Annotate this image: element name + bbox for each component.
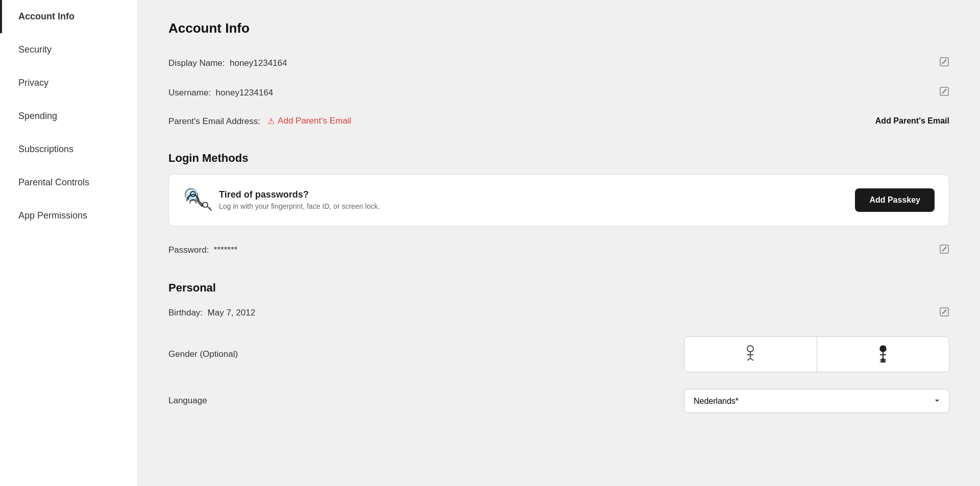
language-row: Language Nederlands* English Deutsch Fra… [168, 380, 949, 421]
warning-icon: ⚠ [267, 116, 275, 126]
password-row: Password: ******* [168, 235, 949, 265]
username-row: Username: honey1234164 [168, 78, 949, 108]
sidebar-item-subscriptions[interactable]: Subscriptions [0, 133, 137, 166]
birthday-row: Birthday: May 7, 2012 [168, 299, 949, 328]
language-select[interactable]: Nederlands* English Deutsch Français Esp… [684, 389, 949, 413]
gender-row: Gender (Optional) [168, 328, 949, 380]
svg-rect-0 [940, 58, 948, 66]
passkey-card: 🔍 Ti [168, 174, 949, 226]
birthday-label: Birthday: May 7, 2012 [168, 308, 255, 318]
display-name-row: Display Name: honey1234164 [168, 48, 949, 78]
language-label: Language [168, 396, 207, 406]
svg-line-11 [747, 358, 750, 360]
svg-rect-1 [940, 87, 948, 95]
sidebar-item-app-permissions[interactable]: App Permissions [0, 199, 137, 232]
parents-email-label: Parent's Email Address: ⚠ Add Parent's E… [168, 116, 351, 127]
display-name-edit-icon[interactable] [939, 57, 949, 69]
display-name-label: Display Name: honey1234164 [168, 58, 287, 68]
passkey-text: Tired of passwords? Log in with your fin… [219, 189, 380, 210]
password-label: Password: ******* [168, 245, 237, 255]
svg-point-2 [190, 191, 195, 197]
username-edit-icon[interactable] [939, 86, 949, 99]
sidebar-item-account-info[interactable]: Account Info [0, 0, 137, 33]
login-methods-title: Login Methods [168, 152, 949, 165]
username-label: Username: honey1234164 [168, 88, 273, 98]
parents-email-row: Parent's Email Address: ⚠ Add Parent's E… [168, 108, 949, 135]
gender-option-filled[interactable] [817, 337, 949, 372]
gender-options [684, 336, 949, 372]
passkey-icons: 🔍 [183, 187, 210, 213]
sidebar: Account Info Security Privacy Spending S… [0, 0, 138, 486]
gender-label: Gender (Optional) [168, 349, 238, 359]
key-icon [202, 201, 212, 213]
password-edit-icon[interactable] [939, 244, 949, 257]
svg-line-12 [750, 358, 753, 360]
svg-point-13 [880, 346, 886, 352]
svg-rect-6 [940, 245, 948, 253]
sidebar-item-privacy[interactable]: Privacy [0, 66, 137, 100]
main-content: Account Info Display Name: honey1234164 … [138, 0, 980, 486]
add-passkey-button[interactable]: Add Passkey [855, 188, 935, 212]
passkey-card-left: 🔍 Ti [183, 187, 380, 213]
account-info-title: Account Info [168, 20, 949, 36]
add-parents-email-link[interactable]: ⚠ Add Parent's Email [267, 116, 351, 126]
sidebar-item-spending[interactable]: Spending [0, 100, 137, 133]
gender-option-neutral[interactable] [684, 337, 817, 372]
add-parent-email-button[interactable]: Add Parent's Email [875, 116, 949, 126]
svg-point-8 [747, 346, 753, 352]
birthday-edit-icon[interactable] [939, 307, 949, 320]
sidebar-item-security[interactable]: Security [0, 33, 137, 66]
personal-title: Personal [168, 281, 949, 295]
passkey-title: Tired of passwords? [219, 189, 380, 200]
svg-rect-7 [940, 308, 948, 316]
passkey-subtitle: Log in with your fingerprint, face ID, o… [219, 202, 380, 210]
sidebar-item-parental-controls[interactable]: Parental Controls [0, 166, 137, 199]
